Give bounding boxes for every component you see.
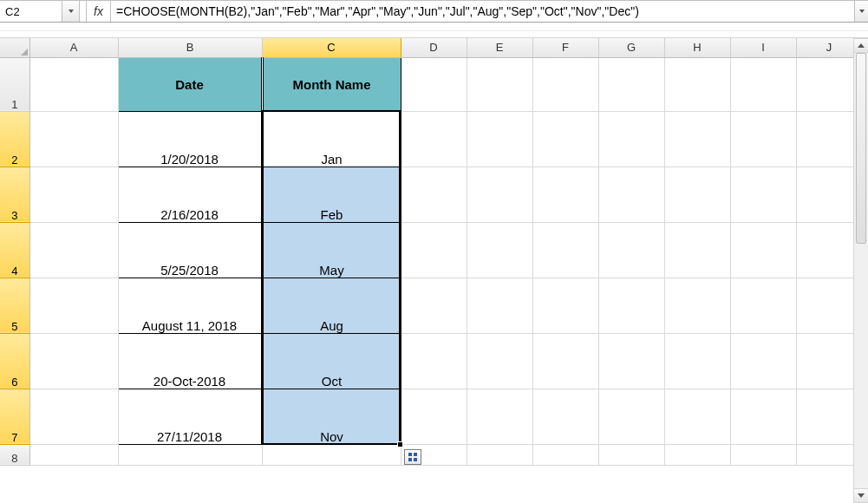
cell-B3[interactable]: 2/16/2018 [118, 167, 262, 222]
cell-B7[interactable]: 27/11/2018 [118, 389, 262, 444]
cell-F7[interactable] [532, 389, 598, 444]
col-header-H[interactable]: H [664, 38, 730, 57]
cell-B4[interactable]: 5/25/2018 [118, 222, 262, 278]
cell-F2[interactable] [532, 111, 598, 167]
cell-J1[interactable] [796, 57, 862, 111]
cell-H7[interactable] [664, 389, 730, 444]
cell-G8[interactable] [598, 444, 664, 465]
col-header-D[interactable]: D [401, 38, 467, 57]
cell-C4[interactable]: May [262, 222, 401, 278]
row-header-2[interactable]: 2 [0, 111, 29, 167]
cell-F3[interactable] [532, 167, 598, 222]
cell-A2[interactable] [29, 111, 118, 167]
row-header-5[interactable]: 5 [0, 278, 29, 333]
cell-J3[interactable] [796, 167, 862, 222]
cell-G3[interactable] [598, 167, 664, 222]
cell-E6[interactable] [467, 333, 532, 389]
cell-G6[interactable] [598, 333, 664, 389]
cell-D1[interactable] [401, 57, 467, 111]
cell-I1[interactable] [730, 57, 796, 111]
row-header-3[interactable]: 3 [0, 167, 29, 222]
cell-J7[interactable] [796, 389, 862, 444]
cell-J2[interactable] [796, 111, 862, 167]
cell-F5[interactable] [532, 278, 598, 333]
cell-E5[interactable] [467, 278, 532, 333]
cell-B1[interactable]: Date [118, 57, 262, 111]
cell-A4[interactable] [29, 222, 118, 278]
scroll-up-button[interactable] [854, 38, 868, 53]
cell-E7[interactable] [467, 389, 532, 444]
cell-I6[interactable] [730, 333, 796, 389]
cell-A8[interactable] [29, 444, 118, 465]
cell-G2[interactable] [598, 111, 664, 167]
cell-A5[interactable] [29, 278, 118, 333]
row-header-1[interactable]: 1 [0, 57, 29, 111]
cell-A3[interactable] [29, 167, 118, 222]
scroll-thumb[interactable] [856, 53, 866, 244]
cell-I7[interactable] [730, 389, 796, 444]
cell-B5[interactable]: August 11, 2018 [118, 278, 262, 333]
cell-D4[interactable] [401, 222, 467, 278]
cell-J8[interactable] [796, 444, 862, 465]
cell-H4[interactable] [664, 222, 730, 278]
cell-A1[interactable] [29, 57, 118, 111]
cell-C1[interactable]: Month Name [262, 57, 401, 111]
cell-J6[interactable] [796, 333, 862, 389]
formula-bar-expand[interactable] [854, 1, 868, 22]
col-header-C[interactable]: C [262, 38, 401, 57]
cell-I2[interactable] [730, 111, 796, 167]
cell-J4[interactable] [796, 222, 862, 278]
cell-B8[interactable] [118, 444, 262, 465]
cell-D6[interactable] [401, 333, 467, 389]
cell-D5[interactable] [401, 278, 467, 333]
grid[interactable]: A B C D E F G H I J 1 Date Month Name [0, 38, 863, 466]
cell-H3[interactable] [664, 167, 730, 222]
cell-F1[interactable] [532, 57, 598, 111]
cell-I4[interactable] [730, 222, 796, 278]
cell-D7[interactable] [401, 389, 467, 444]
cell-F8[interactable] [532, 444, 598, 465]
cell-H5[interactable] [664, 278, 730, 333]
cell-C8[interactable] [262, 444, 401, 465]
cell-E2[interactable] [467, 111, 532, 167]
cell-E1[interactable] [467, 57, 532, 111]
cell-E8[interactable] [467, 444, 532, 465]
cell-E4[interactable] [467, 222, 532, 278]
formula-input[interactable]: =CHOOSE(MONTH(B2),"Jan","Feb","Mar","Apr… [111, 1, 854, 22]
cell-G1[interactable] [598, 57, 664, 111]
cell-D3[interactable] [401, 167, 467, 222]
cell-A7[interactable] [29, 389, 118, 444]
cell-C6[interactable]: Oct [262, 333, 401, 389]
select-all-corner[interactable] [0, 38, 29, 57]
cell-G5[interactable] [598, 278, 664, 333]
cell-F6[interactable] [532, 333, 598, 389]
cell-B2[interactable]: 1/20/2018 [118, 111, 262, 167]
fill-handle[interactable] [397, 441, 403, 447]
row-header-4[interactable]: 4 [0, 222, 29, 278]
row-header-7[interactable]: 7 [0, 389, 29, 444]
row-header-8[interactable]: 8 [0, 444, 29, 465]
cell-C7[interactable]: Nov [262, 389, 401, 444]
cell-J5[interactable] [796, 278, 862, 333]
cell-I3[interactable] [730, 167, 796, 222]
cell-I8[interactable] [730, 444, 796, 465]
cell-B6[interactable]: 20-Oct-2018 [118, 333, 262, 389]
cell-E3[interactable] [467, 167, 532, 222]
cell-A6[interactable] [29, 333, 118, 389]
cell-C5[interactable]: Aug [262, 278, 401, 333]
cell-F4[interactable] [532, 222, 598, 278]
col-header-B[interactable]: B [118, 38, 262, 57]
col-header-E[interactable]: E [467, 38, 532, 57]
name-box[interactable]: C2 [0, 1, 62, 22]
insert-function-button[interactable]: fx [87, 1, 111, 22]
cell-H1[interactable] [664, 57, 730, 111]
cell-C2[interactable]: Jan [262, 111, 401, 167]
col-header-F[interactable]: F [532, 38, 598, 57]
cell-H8[interactable] [664, 444, 730, 465]
cell-G4[interactable] [598, 222, 664, 278]
col-header-I[interactable]: I [730, 38, 796, 57]
scroll-track[interactable] [854, 53, 868, 488]
col-header-A[interactable]: A [29, 38, 118, 57]
autofill-options-button[interactable] [404, 449, 421, 465]
cell-G7[interactable] [598, 389, 664, 444]
